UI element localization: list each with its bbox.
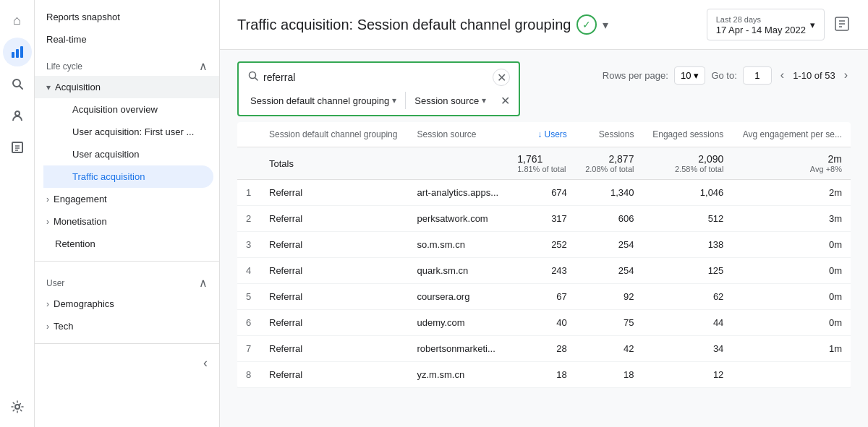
totals-sessions: 2,877 2.08% of total [576,147,643,180]
date-range-content: Last 28 days 17 Apr - 14 May 2022 [716,14,806,35]
totals-avg: 2m Avg +8% [732,147,851,180]
source-chip-label: Session source [414,95,479,106]
totals-users: 1,761 1.81% of total [509,147,576,180]
sidebar-item-acquisition-overview[interactable]: Acquisition overview [43,98,219,121]
col-engaged-sessions[interactable]: Engaged sessions [642,122,732,147]
sidebar-item-user-acquisition-first[interactable]: User acquisition: First user ... [43,121,219,143]
table-header-row: Session default channel grouping Session… [237,122,851,147]
row-engaged-sessions: 125 [642,258,732,284]
col-channel[interactable]: Session default channel grouping [260,122,408,147]
row-sessions: 1,340 [576,180,643,206]
row-source[interactable]: quark.sm.cn [408,258,509,284]
sidebar-item-reports-snapshot[interactable]: Reports snapshot [35,6,219,28]
audience-icon[interactable] [3,101,32,130]
page-title-text: Traffic acquisition: Session default cha… [237,17,571,33]
row-channel: Referral [260,232,408,258]
sidebar-collapse-btn[interactable]: ‹ [35,350,219,376]
status-icon[interactable]: ✓ [576,14,597,35]
sidebar-item-user-acquisition[interactable]: User acquisition [43,143,219,165]
search-nav-icon[interactable] [3,69,32,98]
search-input[interactable] [263,72,488,83]
row-users: 40 [509,310,576,336]
row-source[interactable]: art-analytics.apps... [408,180,509,206]
user-acq-label: User acquisition [72,149,140,160]
svg-point-10 [15,405,20,409]
row-avg-engagement: 3m [732,206,851,232]
lifecycle-collapse[interactable]: ∧ [199,59,208,73]
row-num: 3 [237,232,260,258]
sidebar-item-engagement[interactable]: › Engagement [35,188,219,210]
row-source[interactable]: coursera.org [408,284,509,310]
filter-close-icon[interactable]: ✕ [501,94,510,108]
acquisition-collapse-icon: ▾ [46,82,51,92]
sidebar-item-tech[interactable]: › Tech [35,315,219,337]
svg-rect-6 [12,142,22,152]
table-row: 4 Referral quark.sm.cn 243 254 125 0m [237,258,851,284]
date-label: Last 28 days [716,15,761,24]
row-source[interactable]: perksatwork.com [408,206,509,232]
row-num: 5 [237,284,260,310]
row-engaged-sessions: 12 [642,362,732,388]
content-area: ✕ Session default channel grouping ▾ Ses… [220,50,868,427]
sidebar-item-monetisation[interactable]: › Monetisation [35,210,219,233]
row-avg-engagement: 0m [732,258,851,284]
home-icon[interactable]: ⌂ [3,6,32,35]
row-source[interactable]: robertsonmarketi... [408,336,509,362]
row-source[interactable]: yz.m.sm.cn [408,362,509,388]
date-range-btn[interactable]: Last 28 days 17 Apr - 14 May 2022 ▾ [707,9,825,40]
row-channel: Referral [260,206,408,232]
row-source[interactable]: udemy.com [408,310,509,336]
row-channel: Referral [260,310,408,336]
col-users[interactable]: ↓ Users [509,122,576,147]
row-avg-engagement [732,362,851,388]
pagination-controls: Rows per page: 10 ▾ Go to: ‹ 1-10 of 53 … [603,61,851,85]
svg-line-16 [255,78,258,81]
user-collapse[interactable]: ∧ [199,276,208,290]
rows-per-page-select[interactable]: 10 ▾ [674,66,705,85]
export-btn[interactable] [833,15,851,35]
row-num: 7 [237,336,260,362]
tech-label: Tech [54,321,73,332]
sidebar-item-demographics[interactable]: › Demographics [35,293,219,315]
user-section: User ∧ [35,267,219,293]
table-row: 1 Referral art-analytics.apps... 674 1,3… [237,180,851,206]
row-num: 8 [237,362,260,388]
svg-rect-2 [20,46,23,58]
page-count: 1-10 of 53 [793,70,835,81]
analytics-icon[interactable] [3,38,32,66]
settings-icon[interactable] [3,392,32,421]
row-source[interactable]: so.m.sm.cn [408,232,509,258]
page-title: Traffic acquisition: Session default cha… [237,14,608,35]
svg-line-4 [20,86,22,89]
table-row: 7 Referral robertsonmarketi... 28 42 34 … [237,336,851,362]
monetisation-expand-icon: › [46,217,49,227]
sidebar-item-acquisition[interactable]: ▾ Acquisition [35,76,219,98]
channel-chip-arrow: ▾ [392,95,396,105]
prev-page-btn[interactable]: ‹ [778,66,787,85]
col-source[interactable]: Session source [408,122,509,147]
clear-search-icon[interactable]: ✕ [493,69,510,86]
row-num: 6 [237,310,260,336]
col-avg-engagement[interactable]: Avg engagement per se... [732,122,851,147]
col-sessions[interactable]: Sessions [576,122,643,147]
header-chevron-icon[interactable]: ▾ [603,18,608,32]
engagement-expand-icon: › [46,194,49,204]
demographics-expand-icon: › [46,299,49,309]
sidebar-divider-1 [35,261,219,262]
sidebar-item-retention[interactable]: Retention [35,233,219,255]
row-sessions: 606 [576,206,643,232]
sidebar-item-traffic-acquisition[interactable]: Traffic acquisition [43,165,213,188]
sidebar: Reports snapshot Real-time Life cycle ∧ … [35,0,220,427]
goto-input[interactable] [743,66,772,85]
svg-rect-0 [12,52,14,58]
row-engaged-sessions: 44 [642,310,732,336]
monetisation-label: Monetisation [54,216,107,227]
next-page-btn[interactable]: › [841,66,851,85]
sidebar-item-realtime[interactable]: Real-time [35,28,219,51]
traffic-acq-label: Traffic acquisition [72,171,145,182]
reports-icon[interactable] [3,133,32,162]
filter-chip-source[interactable]: Session source ▾ [412,94,489,108]
filter-chip-channel[interactable]: Session default channel grouping ▾ [247,94,399,108]
totals-blank [237,147,260,180]
row-sessions: 254 [576,258,643,284]
